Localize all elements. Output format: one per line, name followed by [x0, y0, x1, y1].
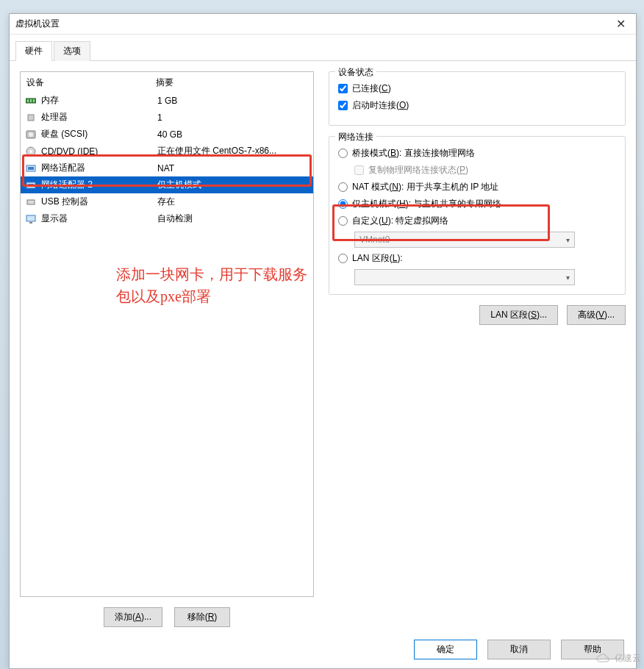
- device-summary: 自动检测: [157, 212, 193, 225]
- svg-rect-2: [30, 99, 32, 102]
- lan-segments-button[interactable]: LAN 区段(S)...: [479, 305, 558, 325]
- radio-label: 仅主机模式(H): 与主机共享的专用网络: [352, 198, 501, 210]
- lan-segment-select: ▾: [354, 269, 575, 285]
- device-name: 处理器: [41, 111, 157, 124]
- svg-rect-13: [27, 200, 35, 204]
- cpu-icon: [25, 112, 37, 123]
- device-row-net1[interactable]: 网络适配器 NAT: [21, 160, 313, 176]
- window-title: 虚拟机设置: [15, 18, 612, 30]
- annotation-text: 添加一块网卡，用于下载服务包以及pxe部署: [116, 263, 307, 307]
- group-network-connection: 网络连接 桥接模式(B): 直接连接物理网络 复制物理网络连接状态(P) NAT…: [329, 136, 626, 295]
- close-icon[interactable]: ✕: [612, 17, 630, 31]
- device-list: 设备 摘要 内存 1 GB 处理器 1 硬盘 (SCSI) 40 GB: [20, 71, 314, 597]
- svg-point-8: [29, 150, 32, 153]
- chevron-down-icon: ▾: [566, 273, 570, 282]
- radio-label: 桥接模式(B): 直接连接物理网络: [352, 147, 475, 160]
- device-row-disk[interactable]: 硬盘 (SCSI) 40 GB: [21, 126, 313, 143]
- svg-point-6: [29, 132, 33, 137]
- device-name: USB 控制器: [41, 196, 157, 208]
- device-list-header: 设备 摘要: [21, 72, 313, 92]
- add-button[interactable]: 添加(A)...: [104, 607, 162, 627]
- watermark-text: 亿速云: [615, 652, 641, 665]
- select-value: VMnet0: [359, 235, 390, 245]
- checkbox-label: 已连接(C): [352, 82, 391, 95]
- col-summary: 摘要: [156, 76, 173, 89]
- svg-rect-14: [26, 215, 35, 221]
- usb-icon: [25, 197, 37, 207]
- device-name: 网络适配器 2: [41, 179, 157, 191]
- checkbox-label: 启动时连接(O): [352, 99, 409, 112]
- device-summary: 正在使用文件 CentOS-7-x86...: [157, 145, 276, 157]
- device-row-net2[interactable]: 网络适配器 2 仅主机模式: [21, 176, 313, 193]
- radio-label: LAN 区段(L):: [352, 252, 403, 265]
- device-summary: 1 GB: [157, 96, 177, 106]
- memory-icon: [25, 96, 37, 106]
- group-device-state: 设备状态 已连接(C) 启动时连接(O): [329, 71, 626, 126]
- remove-button[interactable]: 移除(R): [174, 607, 230, 627]
- device-row-cd[interactable]: CD/DVD (IDE) 正在使用文件 CentOS-7-x86...: [21, 143, 313, 160]
- radio-label: 自定义(U): 特定虚拟网络: [352, 215, 448, 227]
- disk-icon: [25, 129, 37, 140]
- device-name: 显示器: [41, 212, 157, 225]
- radio-custom[interactable]: 自定义(U): 特定虚拟网络: [338, 215, 616, 227]
- vm-settings-dialog: 虚拟机设置 ✕ 硬件 选项 设备 摘要 内存 1 GB 处理器 1: [9, 13, 637, 669]
- group-title: 网络连接: [335, 131, 376, 143]
- device-summary: 仅主机模式: [157, 179, 201, 191]
- tab-hardware[interactable]: 硬件: [15, 41, 52, 61]
- device-summary: NAT: [157, 163, 174, 173]
- checkbox-connect-poweron[interactable]: 启动时连接(O): [338, 99, 616, 112]
- device-name: 网络适配器: [41, 162, 157, 174]
- svg-rect-1: [27, 99, 29, 102]
- device-summary: 40 GB: [157, 129, 182, 140]
- device-summary: 存在: [157, 196, 175, 208]
- device-row-memory[interactable]: 内存 1 GB: [21, 92, 313, 109]
- svg-rect-4: [28, 115, 34, 121]
- col-device: 设备: [26, 76, 156, 89]
- watermark: 亿速云: [595, 652, 641, 665]
- svg-rect-15: [29, 222, 32, 223]
- svg-rect-10: [28, 167, 34, 170]
- radio-bridged[interactable]: 桥接模式(B): 直接连接物理网络: [338, 147, 616, 160]
- device-name: CD/DVD (IDE): [41, 146, 157, 157]
- checkbox-connected[interactable]: 已连接(C): [338, 82, 616, 95]
- device-row-cpu[interactable]: 处理器 1: [21, 109, 313, 126]
- display-icon: [25, 214, 37, 224]
- advanced-button[interactable]: 高级(V)...: [567, 305, 626, 325]
- cd-icon: [25, 146, 37, 157]
- cancel-button[interactable]: 取消: [487, 640, 551, 659]
- svg-rect-3: [33, 99, 35, 102]
- network-icon: [25, 163, 37, 173]
- checkbox-replicate: 复制物理网络连接状态(P): [354, 164, 616, 176]
- group-title: 设备状态: [335, 66, 376, 79]
- device-row-usb[interactable]: USB 控制器 存在: [21, 193, 313, 210]
- radio-label: NAT 模式(N): 用于共享主机的 IP 地址: [352, 181, 498, 193]
- radio-hostonly[interactable]: 仅主机模式(H): 与主机共享的专用网络: [338, 198, 616, 210]
- tab-options[interactable]: 选项: [54, 41, 90, 61]
- custom-network-select: VMnet0 ▾: [354, 232, 575, 248]
- device-row-display[interactable]: 显示器 自动检测: [21, 210, 313, 227]
- device-name: 内存: [41, 94, 157, 107]
- checkbox-label: 复制物理网络连接状态(P): [368, 164, 468, 176]
- network-icon: [25, 180, 37, 190]
- cloud-icon: [595, 653, 612, 665]
- tabstrip: 硬件 选项: [10, 35, 636, 61]
- ok-button[interactable]: 确定: [414, 640, 477, 659]
- dialog-footer: 确定 取消 帮助: [414, 640, 624, 659]
- device-name: 硬盘 (SCSI): [41, 128, 157, 140]
- radio-lan-segment[interactable]: LAN 区段(L):: [338, 252, 616, 265]
- device-summary: 1: [157, 112, 162, 123]
- titlebar: 虚拟机设置 ✕: [10, 14, 636, 35]
- radio-nat[interactable]: NAT 模式(N): 用于共享主机的 IP 地址: [338, 181, 616, 193]
- svg-rect-12: [28, 184, 34, 187]
- chevron-down-icon: ▾: [566, 236, 570, 244]
